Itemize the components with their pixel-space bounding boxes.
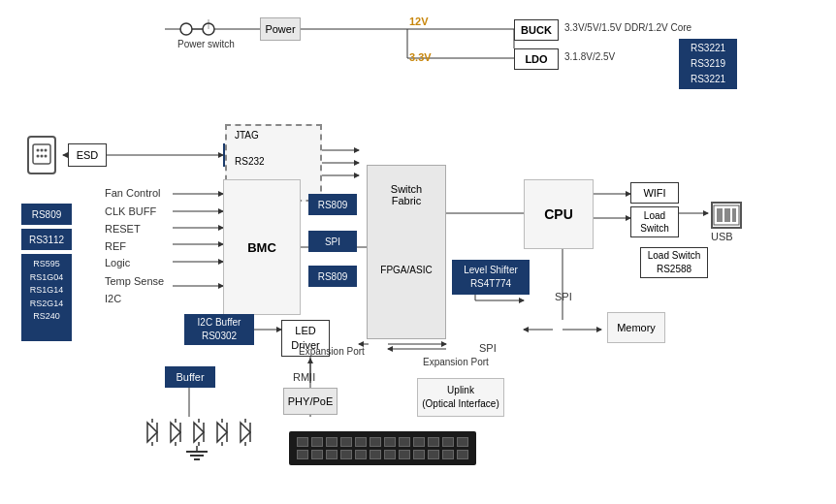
bmc-box: BMC	[223, 179, 301, 315]
ldo-voltage: 3.1.8V/2.5V	[564, 51, 615, 62]
ldo-box: LDO	[514, 48, 559, 70]
buffer-box: Buffer	[165, 366, 215, 388]
network-ports	[289, 431, 476, 465]
block-diagram: AC Power switch Power 12V 3.3V BUCK 3.3V…	[0, 0, 836, 504]
rs-power-box: RS3221 RS3219 RS3221	[679, 39, 737, 89]
usb-icon	[711, 202, 742, 229]
rs809-box-2: RS809	[308, 266, 357, 287]
fpga-asic-label: FPGA/ASIC	[368, 265, 445, 275]
v33-label: 3.3V	[409, 51, 432, 63]
svg-rect-44	[33, 144, 50, 164]
svg-point-50	[45, 155, 48, 158]
serial-connector	[27, 136, 56, 174]
i2c-label: I2C	[105, 293, 121, 304]
ground-symbol	[182, 446, 211, 467]
svg-point-46	[41, 149, 44, 152]
rmii-label: RMII	[293, 371, 315, 383]
v12-label: 12V	[409, 16, 429, 27]
cpu-box: CPU	[524, 179, 594, 249]
svg-marker-71	[241, 423, 250, 442]
expansion-port-2-label: Expansion Port	[423, 357, 489, 367]
power-switch-label: Power switch	[177, 39, 235, 49]
wifi-box: WIFI	[630, 182, 679, 204]
jtag-label: JTAG	[231, 130, 316, 141]
phy-poe-box: PHY/PoE	[283, 388, 338, 415]
svg-point-0	[180, 23, 192, 35]
svg-rect-52	[717, 208, 723, 222]
ref-label: REF	[105, 240, 126, 252]
usb-label: USB	[711, 231, 733, 242]
uplink-box: Uplink (Optical Interface)	[417, 378, 504, 417]
rs809-left-box: RS809	[21, 204, 72, 225]
svg-point-49	[41, 155, 44, 158]
load-switch-rs2588-box: Load Switch RS2588	[640, 247, 708, 278]
temp-sense-label: Temp Sense	[105, 275, 164, 287]
logic-label: Logic	[105, 257, 130, 268]
svg-point-47	[45, 149, 48, 152]
buck-box: BUCK	[514, 19, 559, 41]
fan-control-label: Fan Control	[105, 187, 160, 199]
clk-buff-label: CLK BUFF	[105, 205, 156, 217]
svg-rect-54	[732, 208, 736, 222]
svg-point-48	[37, 155, 40, 158]
switch-fabric-box: Switch Fabric FPGA/ASIC	[367, 165, 446, 339]
svg-marker-67	[217, 423, 227, 442]
spi-cpu-label: SPI	[555, 291, 572, 302]
buck-voltage: 3.3V/5V/1.5V DDR/1.2V Core	[564, 22, 691, 33]
rs232-label: RS232	[231, 156, 316, 167]
rs809-box-1: RS809	[308, 194, 357, 215]
power-box: Power	[260, 17, 301, 41]
led-diodes	[144, 419, 254, 446]
rs-group-box: RS595 RS1G04 RS1G14 RS2G14 RS240	[21, 254, 72, 341]
spi-box-1: SPI	[308, 231, 357, 252]
load-switch-box: Load Switch	[630, 206, 679, 237]
svg-point-45	[37, 149, 40, 152]
svg-marker-59	[171, 423, 180, 442]
i2c-buffer-box: I2C Buffer RS0302	[184, 314, 254, 345]
rs3112-box: RS3112	[21, 229, 72, 250]
level-shifter-box: Level Shifter RS4T774	[452, 260, 530, 295]
svg-marker-55	[147, 423, 157, 442]
reset-label: RESET	[105, 223, 141, 235]
svg-marker-63	[194, 423, 204, 442]
switch-fabric-label: Switch Fabric	[368, 166, 445, 206]
spi-memory-label: SPI	[479, 342, 497, 354]
expansion-port-1-label: Expansion Port	[299, 346, 365, 357]
svg-rect-53	[724, 208, 730, 222]
svg-point-1	[203, 23, 214, 35]
memory-box: Memory	[607, 312, 665, 343]
esd-box: ESD	[68, 143, 107, 167]
